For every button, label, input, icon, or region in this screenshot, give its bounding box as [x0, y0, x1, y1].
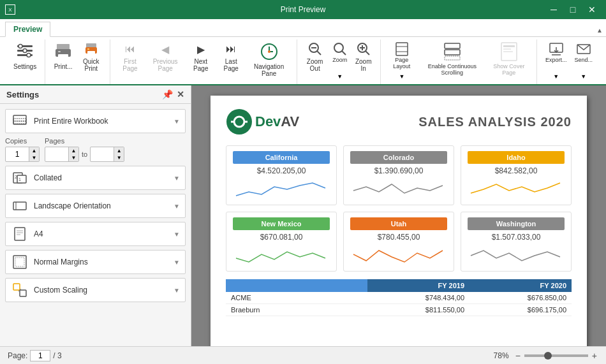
margins-icon	[11, 253, 29, 271]
scaling-icon	[11, 281, 29, 299]
collated-text: Collated	[34, 173, 168, 182]
paper-size-setting[interactable]: A4 ▼	[5, 222, 186, 246]
settings-title: Settings	[6, 90, 39, 99]
card-idaho: Idaho $842.582,00	[461, 145, 572, 205]
prev-page-button[interactable]: ◀ Previous Page	[146, 40, 185, 83]
export-dropdown[interactable]: ▼	[542, 71, 570, 82]
copies-pages-row: Copies ▲ ▼ Pages	[5, 137, 186, 162]
page-layout-button[interactable]: Page Layout	[386, 40, 418, 71]
copies-value-input[interactable]	[6, 150, 29, 159]
zoom-percent: 78%	[494, 351, 509, 360]
pages-to-value[interactable]	[91, 150, 114, 159]
zoom-slider-container: − +	[514, 351, 598, 361]
zoom-in-icon	[356, 41, 371, 57]
margins-setting[interactable]: Normal Margins ▼	[5, 250, 186, 274]
svg-rect-30	[445, 56, 460, 60]
show-cover-page-button[interactable]: Show Cover Page	[487, 40, 531, 83]
pin-button[interactable]: 📌	[162, 89, 173, 99]
first-page-button[interactable]: ⏮ First Page	[115, 40, 144, 83]
zoom-button[interactable]: Zoom	[329, 40, 351, 71]
collated-setting[interactable]: 1 2 Collated ▼	[5, 166, 186, 190]
settings-header-icons: 📌 ✕	[162, 89, 184, 99]
zoom-in-button[interactable]: Zoom In	[352, 40, 375, 83]
svg-rect-39	[13, 115, 26, 124]
card-utah-title: Utah	[350, 217, 447, 230]
close-button[interactable]: ✕	[583, 3, 601, 16]
print-mode-selector[interactable]: Print Entire Workbook ▼	[5, 109, 186, 133]
settings-button[interactable]: Settings	[10, 40, 40, 83]
svg-text:1: 1	[18, 177, 21, 182]
card-washington-title: Washington	[468, 217, 565, 230]
collated-icon: 1 2	[11, 169, 29, 187]
card-idaho-chart	[468, 178, 565, 201]
svg-point-4	[23, 49, 27, 53]
svg-rect-31	[501, 43, 517, 61]
ribbon-group-zoom: Zoom Out Zoom ▼	[297, 40, 381, 85]
zoom-increase-button[interactable]: +	[591, 351, 598, 361]
orientation-text: Landscape Orientation	[34, 201, 168, 210]
copies-input[interactable]: ▲ ▼	[5, 147, 40, 162]
prev-page-label: Previous Page	[149, 58, 182, 72]
status-left: Page: / 3	[8, 350, 62, 361]
svg-rect-25	[396, 43, 408, 55]
navigation-pane-button[interactable]: Navigation Pane	[247, 40, 292, 83]
first-page-icon: ⏮	[122, 41, 138, 57]
pages-from-up[interactable]: ▲	[68, 147, 78, 154]
last-page-label: Last Page	[219, 58, 243, 72]
table-row-braeburn: Braeburn $811.550,00 $696.175,00	[226, 304, 572, 316]
print-mode-icon	[11, 112, 29, 130]
maximize-button[interactable]: □	[564, 3, 582, 16]
table-row-acme: ACME $748.434,00 $676.850,00	[226, 292, 572, 304]
quick-print-button[interactable]: Quick Print	[77, 40, 105, 83]
ribbon-group-export: Export... ▼ Send... ▼ Export	[537, 40, 601, 85]
settings-icon	[15, 41, 35, 62]
pages-to-down[interactable]: ▼	[114, 154, 124, 161]
card-new-mexico-value: $670.081,00	[233, 233, 330, 242]
pages-from-down[interactable]: ▼	[68, 154, 78, 161]
card-california-title: California	[233, 151, 330, 164]
orientation-icon	[11, 197, 29, 215]
tab-preview[interactable]: Preview	[5, 22, 50, 37]
scaling-setting[interactable]: Custom Scaling ▼	[5, 278, 186, 302]
continuous-scrolling-button[interactable]: Enable Continuous Scrolling	[419, 40, 485, 83]
settings-close-button[interactable]: ✕	[177, 89, 184, 99]
print-button[interactable]: Print...	[50, 40, 76, 83]
margins-arrow: ▼	[174, 259, 180, 266]
copies-up-button[interactable]: ▲	[29, 147, 39, 154]
svg-rect-32	[503, 45, 515, 47]
zoom-slider[interactable]	[524, 354, 588, 357]
pages-from-value[interactable]	[45, 150, 68, 159]
svg-point-57	[226, 109, 252, 135]
ribbon-group-view: Page Layout ▼ Enable Continuous Scrollin…	[381, 40, 537, 85]
export-button[interactable]: Export...	[542, 40, 570, 71]
svg-text:2: 2	[15, 175, 17, 179]
zoom-decrease-button[interactable]: −	[514, 351, 522, 361]
svg-rect-28	[445, 43, 460, 48]
minimize-button[interactable]: ─	[545, 3, 563, 16]
send-dropdown[interactable]: ▼	[571, 71, 596, 82]
zoom-out-button[interactable]: Zoom Out	[302, 40, 328, 83]
card-washington: Washington $1.507.033,00	[461, 212, 572, 272]
pages-to-up[interactable]: ▲	[114, 147, 124, 154]
preview-area: DevAV SALES ANALYSIS 2020 California $4.…	[191, 85, 606, 346]
orientation-setting[interactable]: Landscape Orientation ▼	[5, 194, 186, 218]
doc-title: SALES ANALYSIS 2020	[418, 115, 572, 129]
navigation-pane-label: Navigation Pane	[250, 63, 288, 77]
zoom-split: Zoom ▼	[329, 40, 351, 83]
next-page-button[interactable]: ▶ Next Page	[186, 40, 216, 83]
page-number-input[interactable]	[30, 350, 50, 361]
print-label: Print...	[54, 63, 73, 70]
last-page-button[interactable]: ⏭ Last Page	[217, 40, 246, 83]
settings-label: Settings	[13, 63, 36, 70]
send-button[interactable]: Send...	[571, 40, 596, 71]
ribbon-group-settings: Settings Settings	[5, 40, 45, 85]
pages-from-input[interactable]: ▲ ▼	[45, 147, 79, 162]
zoom-dropdown-button[interactable]: ▼	[329, 71, 351, 82]
copies-down-button[interactable]: ▼	[29, 154, 39, 161]
card-idaho-value: $842.582,00	[468, 166, 565, 175]
card-washington-value: $1.507.033,00	[468, 233, 565, 242]
table-header-col1	[226, 279, 367, 292]
page-layout-dropdown[interactable]: ▼	[386, 71, 418, 82]
pages-to-input[interactable]: ▲ ▼	[90, 147, 124, 162]
ribbon-collapse-button[interactable]: ▲	[593, 24, 606, 36]
